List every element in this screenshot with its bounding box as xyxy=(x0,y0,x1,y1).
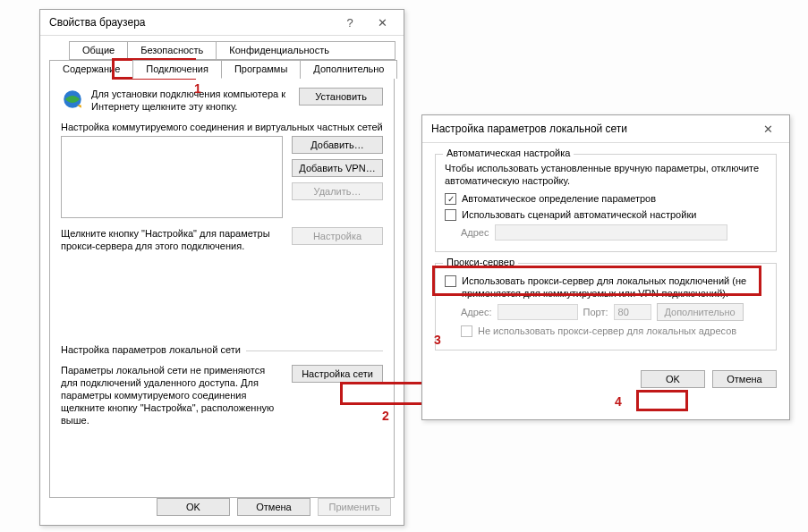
close-icon: ✕ xyxy=(763,122,773,136)
bypass-local-checkbox[interactable] xyxy=(461,325,472,337)
auto-config-desc: Чтобы использовать установленные вручную… xyxy=(445,162,767,187)
script-address-label: Адрес xyxy=(461,227,489,238)
lan-text: Параметры локальной сети не применяются … xyxy=(61,364,276,426)
auto-detect-label: Автоматическое определение параметров xyxy=(462,192,656,205)
help-icon: ? xyxy=(346,16,353,30)
lan-settings-button[interactable]: Настройка сети xyxy=(292,365,383,383)
lan-group: Настройка параметров локальной сети Пара… xyxy=(61,350,383,426)
dialup-section-title: Настройка коммутируемого соединения и ви… xyxy=(61,122,383,132)
cancel-button[interactable]: Отмена xyxy=(712,370,777,388)
close-button[interactable]: ✕ xyxy=(366,12,398,33)
remove-button[interactable]: Удалить… xyxy=(292,182,383,200)
highlight-4 xyxy=(636,390,688,411)
tab-advanced[interactable]: Дополнительно xyxy=(300,60,397,79)
cancel-button[interactable]: Отмена xyxy=(237,498,310,516)
add-button[interactable]: Добавить… xyxy=(292,136,383,154)
setup-text: Для установки подключения компьютера к И… xyxy=(91,88,299,113)
use-proxy-checkbox[interactable] xyxy=(445,275,456,287)
use-proxy-label: Использовать прокси-сервер для локальных… xyxy=(462,274,767,300)
tab-programs[interactable]: Программы xyxy=(221,60,301,79)
tab-content[interactable]: Содержание xyxy=(49,60,133,79)
tab-general[interactable]: Общие xyxy=(69,41,128,60)
titlebar: Настройка параметров локальной сети ✕ xyxy=(422,115,789,143)
auto-config-group: Автоматическая настройка Чтобы использов… xyxy=(435,154,777,252)
apply-button[interactable]: Применить xyxy=(318,498,391,516)
annotation-4: 4 xyxy=(615,394,622,409)
lan-settings-window: Настройка параметров локальной сети ✕ Ав… xyxy=(421,114,790,420)
ok-button[interactable]: OK xyxy=(641,370,705,388)
titlebar: Свойства браузера ? ✕ xyxy=(40,10,404,36)
tabs-container: Общие Безопасность Конфиденциальность Со… xyxy=(49,41,395,498)
proxy-address-label: Адрес: xyxy=(461,307,492,317)
close-button[interactable]: ✕ xyxy=(752,118,784,139)
connections-panel: Для установки подключения компьютера к И… xyxy=(49,78,395,498)
window1-footer: OK Отмена Применить xyxy=(157,498,391,516)
internet-properties-window: Свойства браузера ? ✕ Общие Безопасность… xyxy=(39,9,404,526)
window-title: Свойства браузера xyxy=(49,16,334,29)
use-script-label: Использовать сценарий автоматической нас… xyxy=(462,208,696,221)
setup-button[interactable]: Установить xyxy=(299,88,383,106)
use-script-checkbox[interactable] xyxy=(445,209,456,221)
window2-footer: OK Отмена xyxy=(422,370,789,388)
ok-button[interactable]: OK xyxy=(157,498,230,516)
lan-section-title: Настройка параметров локальной сети xyxy=(61,344,246,355)
bypass-local-label: Не использовать прокси-сервер для локаль… xyxy=(478,325,736,337)
proxy-port-label: Порт: xyxy=(583,307,608,317)
add-vpn-button[interactable]: Добавить VPN… xyxy=(292,159,383,177)
dialup-note: Щелкните кнопку "Настройка" для параметр… xyxy=(61,227,292,252)
tab-connections[interactable]: Подключения xyxy=(132,60,222,79)
tab-privacy[interactable]: Конфиденциальность xyxy=(216,41,395,60)
close-icon: ✕ xyxy=(378,16,387,30)
globe-icon xyxy=(61,88,84,111)
proxy-group: Прокси-сервер Использовать прокси-сервер… xyxy=(435,263,777,350)
help-button[interactable]: ? xyxy=(334,12,366,33)
window-title: Настройка параметров локальной сети xyxy=(431,122,752,135)
proxy-address-input[interactable] xyxy=(498,304,578,320)
connections-listbox[interactable] xyxy=(61,136,283,218)
proxy-legend: Прокси-сервер xyxy=(443,257,518,267)
dialup-settings-button[interactable]: Настройка xyxy=(292,227,383,245)
script-address-input[interactable] xyxy=(495,224,727,241)
proxy-port-input[interactable] xyxy=(614,304,651,320)
auto-detect-checkbox[interactable] xyxy=(445,193,456,205)
proxy-advanced-button[interactable]: Дополнительно xyxy=(657,303,744,321)
tab-security[interactable]: Безопасность xyxy=(127,41,217,60)
auto-config-legend: Автоматическая настройка xyxy=(443,148,574,158)
